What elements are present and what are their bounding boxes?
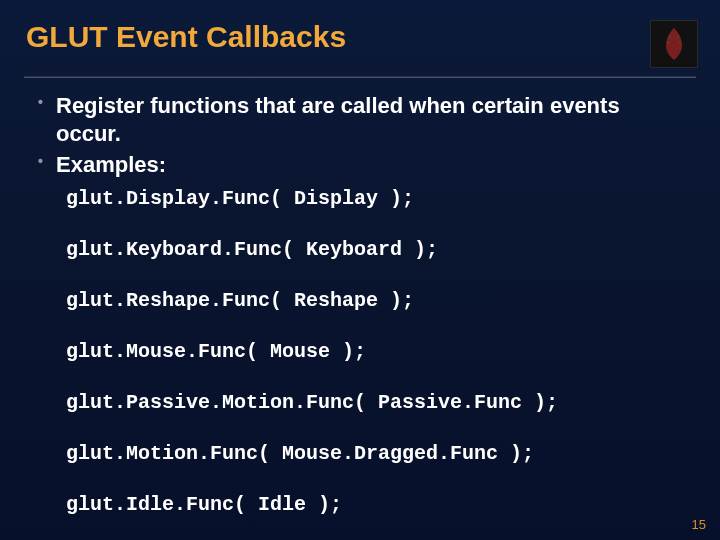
- code-line: glut.Passive.Motion.Func( Passive.Func )…: [66, 391, 700, 414]
- bullet-list: Register functions that are called when …: [32, 92, 690, 179]
- stanford-tree-icon: [659, 26, 689, 62]
- stanford-logo: [650, 20, 698, 68]
- code-line: glut.Mouse.Func( Mouse );: [66, 340, 700, 363]
- bullet-item: Examples:: [56, 151, 690, 179]
- code-line: glut.Reshape.Func( Reshape );: [66, 289, 700, 312]
- slide-header: GLUT Event Callbacks: [20, 18, 700, 74]
- code-line: glut.Motion.Func( Mouse.Dragged.Func );: [66, 442, 700, 465]
- code-line: glut.Display.Func( Display );: [66, 187, 700, 210]
- bullet-item: Register functions that are called when …: [56, 92, 690, 147]
- divider: [24, 76, 696, 78]
- code-examples: glut.Display.Func( Display ); glut.Keybo…: [66, 187, 700, 516]
- slide-title: GLUT Event Callbacks: [26, 20, 346, 55]
- page-number: 15: [692, 517, 706, 532]
- slide: GLUT Event Callbacks Register functions …: [0, 0, 720, 540]
- code-line: glut.Keyboard.Func( Keyboard );: [66, 238, 700, 261]
- code-line: glut.Idle.Func( Idle );: [66, 493, 700, 516]
